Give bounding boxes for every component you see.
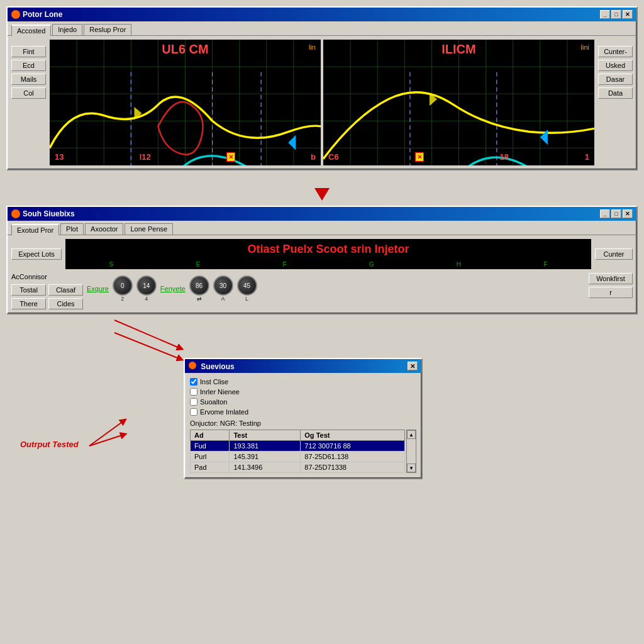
checkbox-suoalton-input[interactable] [190, 398, 197, 406]
expect-lots-button[interactable]: Expect Lots [11, 248, 62, 260]
cunter-bottom-button[interactable]: Cunter [595, 248, 633, 260]
cell-purl-og: 87-25D61.138 [301, 452, 405, 462]
scroll-up-arrow[interactable]: ▲ [407, 430, 416, 439]
scope1-numbers: 13 l12 ✕ b [50, 152, 321, 162]
knob-2-container: 86 ⇄ [189, 275, 209, 302]
banner-sub-h: H [457, 261, 461, 268]
knob-4-label: L [245, 296, 248, 302]
scope-panels: UL6 CM lin 13 l12 ✕ b [50, 40, 594, 165]
tab-accosted[interactable]: Accosted [11, 25, 51, 36]
dasar-button[interactable]: Dasar [598, 74, 633, 85]
left-buttons: Fint Ecd Mails Col [11, 40, 46, 165]
cell-pad-og: 87-25D71338 [301, 462, 405, 473]
close-button[interactable]: ✕ [623, 10, 633, 19]
col-header-ad: Ad [191, 430, 230, 441]
wonkfirst-button[interactable]: Wonkfirst [589, 273, 633, 284]
exqure-link[interactable]: Exqure [87, 285, 109, 292]
bottom-maximize-button[interactable]: □ [611, 209, 621, 218]
tab-lone-pense[interactable]: Lone Pense [125, 223, 173, 235]
table-header-row: Ad Test Og Test [191, 430, 405, 441]
maximize-button[interactable]: □ [611, 10, 621, 19]
bottom-top-row: Expect Lots Otiast Puelx Scoot srin Inje… [11, 239, 633, 269]
vertical-scrollbar[interactable]: ▲ ▼ [406, 430, 416, 473]
bottom-minimize-button[interactable]: _ [600, 209, 610, 218]
top-window: Potor Lone _ □ ✕ Accosted Injedo Reslup … [6, 6, 638, 170]
scope-panel-2: ILICM lini C6 ✕ 18 1 [323, 40, 594, 165]
col-header-og-test: Og Test [301, 430, 405, 441]
knob-1[interactable]: 14 [136, 275, 157, 296]
tab-exotud-pror[interactable]: Exotud Pror [11, 224, 59, 235]
knob-3-label: A [221, 296, 225, 302]
checkbox-suoalton: Suoalton [190, 398, 416, 406]
knob-4[interactable]: 45 [237, 275, 257, 296]
checkbox-inst-clise-input[interactable] [190, 378, 197, 386]
tab-injedo[interactable]: Injedo [52, 24, 82, 35]
knob-1-container: 14 4 [136, 275, 157, 302]
dialog-close-button[interactable]: ✕ [408, 362, 418, 370]
bottom-title-controls: _ □ ✕ [600, 209, 633, 218]
checkbox-inrler-nienee-label: Inrler Nienee [200, 388, 240, 396]
top-window-inner: Fint Ecd Mails Col [11, 40, 633, 165]
checkbox-ervome-imlated: Ervome Imlated [190, 408, 416, 416]
banner-sub: S E F G H F [65, 260, 591, 269]
tab-plot[interactable]: Plot [60, 223, 84, 235]
knob-2[interactable]: 86 [189, 275, 209, 296]
down-arrow-container [6, 183, 638, 206]
checkbox-ervome-imlated-input[interactable] [190, 408, 197, 416]
knob-4-container: 45 L [237, 275, 257, 302]
center-panel: Exqure 0 2 14 4 Fenyete 86 ⇄ [87, 273, 585, 304]
fint-button[interactable]: Fint [11, 46, 46, 57]
clasaf-button[interactable]: Clasaf [48, 284, 83, 296]
scope1-subtitle: lin [309, 43, 316, 51]
scope1-marker[interactable]: ✕ [226, 152, 235, 162]
mails-button[interactable]: Mails [11, 74, 46, 85]
cunter-button[interactable]: Cunter- [598, 46, 633, 57]
right-buttons: Cunter- Usked Dasar Data [598, 40, 633, 165]
bottom-window-icon [11, 209, 20, 218]
scope2-marker[interactable]: ✕ [415, 152, 424, 162]
ecd-button[interactable]: Ecd [11, 60, 46, 71]
tostal-button[interactable]: Tostal [11, 284, 46, 296]
cides-button[interactable]: Cides [48, 298, 83, 309]
knob-3[interactable]: 30 [213, 275, 233, 296]
table-header: Ad Test Og Test [191, 430, 405, 441]
scroll-down-arrow[interactable]: ▼ [407, 464, 416, 472]
usked-button[interactable]: Usked [598, 60, 633, 71]
checkbox-ervome-imlated-label: Ervome Imlated [200, 408, 248, 416]
data-button[interactable]: Data [598, 87, 633, 99]
bottom-close-button[interactable]: ✕ [623, 209, 633, 218]
knob-3-container: 30 A [213, 275, 233, 302]
table-row[interactable]: Fud 193.381 712 300716 88 [191, 441, 405, 452]
checkbox-inst-clise: Inst Clise [190, 378, 416, 386]
down-arrow [314, 188, 330, 201]
table-row[interactable]: Purl 145.391 87-25D61.138 [191, 452, 405, 462]
checkbox-suoalton-label: Suoalton [200, 398, 227, 406]
banner-sub-f: F [282, 261, 286, 268]
banner-area: Otiast Puelx Scoot srin Injetor S E F G … [65, 239, 591, 269]
top-tabs: Accosted Injedo Reslup Pror [8, 21, 636, 35]
extra-button[interactable]: r [589, 287, 633, 298]
button-grid: Tostal Clasaf There Cides [11, 284, 83, 309]
annotation-arrows [20, 383, 158, 458]
knob-2-label: ⇄ [197, 296, 202, 302]
table-wrapper: Ad Test Og Test Fud 193.381 [190, 430, 416, 473]
minimize-button[interactable]: _ [600, 10, 610, 19]
scope2-title: ILICM [441, 42, 475, 57]
scope1-num1: 13 [55, 152, 64, 162]
fenyete-link[interactable]: Fenyete [160, 285, 186, 292]
tab-axooctor[interactable]: Axooctor [85, 223, 123, 235]
knob-0[interactable]: 0 [113, 275, 133, 296]
scope2-subtitle: lini [581, 43, 589, 51]
checkbox-inrler-nienee-input[interactable] [190, 388, 197, 396]
col-button[interactable]: Col [11, 87, 46, 99]
banner-sub-e: E [196, 261, 201, 268]
cell-pad-ad: Pad [191, 462, 230, 473]
there-button[interactable]: There [11, 298, 46, 309]
bottom-title-left: Souh Siuebixs [11, 209, 75, 218]
scope1-num3: b [311, 152, 316, 162]
knob-0-label: 2 [121, 296, 124, 302]
tab-reslup-pror[interactable]: Reslup Pror [84, 24, 131, 35]
cell-pad-test: 141.3496 [230, 462, 301, 473]
table-row[interactable]: Pad 141.3496 87-25D71338 [191, 462, 405, 473]
table-body: Fud 193.381 712 300716 88 Purl 145.391 8… [191, 441, 405, 473]
